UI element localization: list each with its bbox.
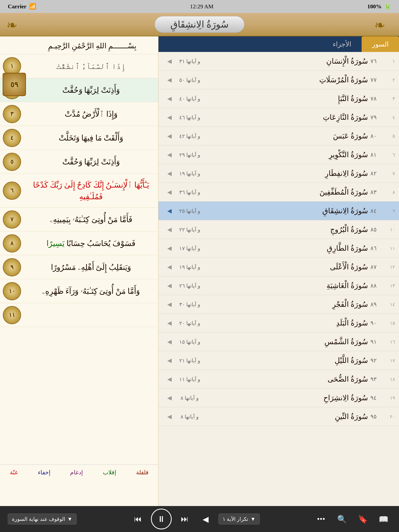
surah-list-item[interactable]: ١٠ ٨٥ سُورَةُ الْبُرُوجِ و آياتها ٢٢ ◀ <box>158 220 399 239</box>
surah-row-num: ١٧ <box>385 358 395 363</box>
surah-name: سُورَةُ النَّبَإِ <box>205 94 370 103</box>
surah-name: سُورَةُ اللَّيْلِ <box>205 356 370 365</box>
verse-text-11 <box>24 314 158 316</box>
verse-row[interactable]: ١١ <box>0 303 158 327</box>
surah-number: ٨١ <box>370 151 385 158</box>
tab-ajzaa[interactable]: الأجزاء <box>322 36 362 52</box>
surah-list-item[interactable]: ١٥ ٩٠ سُورَةُ الْبَلَدِ و آياتها ٢٠ ◀ <box>158 314 399 332</box>
surah-number: ٨٧ <box>370 264 385 270</box>
surah-number: ٨٥ <box>370 226 385 233</box>
verse-row[interactable]: ٥ وَأَذِنَتْ لِرَبِّهَا وَحُقَّتْ <box>0 150 158 174</box>
surah-ayat: و آياتها ١٥ <box>174 339 205 345</box>
next-button[interactable]: ⏭ <box>177 511 192 527</box>
surah-list-item[interactable]: ١ ٧٦ سُورَةُ الْإِنسَانِ و آياتها ٣١ ◀ <box>158 52 399 71</box>
surah-row-num: ٥ <box>385 133 395 139</box>
surah-list-item[interactable]: ١٧ ٩٢ سُورَةُ اللَّيْلِ و آياتها ٢١ ◀ <box>158 351 399 370</box>
verse-row[interactable]: ٤ وَأَلْقَتْ مَا فِيهَا وَتَخَلَّتْ <box>0 126 158 150</box>
surah-name: سُورَةُ الضُّحَى <box>205 375 370 383</box>
surah-ayat: و آياتها ٥٠ <box>174 77 205 83</box>
surah-list-item[interactable]: ٤ ٧٩ سُورَةُ النَّازِعَاتِ و آياتها ٤٦ ◀ <box>158 108 399 127</box>
surah-row-num: ١٠ <box>385 227 395 232</box>
surah-list-item[interactable]: ٨ ٨٣ سُورَةُ الْمُطَفِّفِينَ و آياتها ٣٦… <box>158 183 399 202</box>
surah-list-item[interactable]: ٥ ٨٠ سُورَةُ عَبَسَ و آياتها ٤٢ ◀ <box>158 127 399 145</box>
surah-list-item[interactable]: ١٦ ٩١ سُورَةُ الشَّمْسِ و آياتها ١٥ ◀ <box>158 332 399 351</box>
surah-title: سُورَةُ الِانشِقَاقِ <box>155 16 244 33</box>
verse-text-6: يَـٰٓأَيُّهَا ٱلْإِنسَـٰنُ إِنَّكَ كَادِ… <box>24 178 158 204</box>
play-pause-button[interactable]: ⏸ <box>151 509 172 529</box>
verse-text-2: وَأَذِنَتْ لِرَبِّهَا وَحُقَّتْ <box>24 83 158 97</box>
dots-button[interactable]: ••• <box>313 511 329 527</box>
surah-list-item[interactable]: ٦ ٨١ سُورَةُ التَّكْوِيرِ و آياتها ٢٩ ◀ <box>158 145 399 164</box>
tab-suwar[interactable]: السور <box>362 36 399 52</box>
status-left: Carrier 📶 <box>8 3 36 10</box>
battery-icon: 🔋 <box>384 3 391 10</box>
surah-number: ٧٨ <box>370 95 385 102</box>
surah-name: سُورَةُ الْبَلَدِ <box>205 319 370 327</box>
footnote-ghunna[interactable]: غنّة <box>10 469 18 476</box>
back-button[interactable]: ◀ <box>198 511 213 527</box>
surah-ayat: و آياتها ٣١ <box>174 58 205 64</box>
surah-list-item[interactable]: ١٤ ٨٩ سُورَةُ الْفَجْرِ و آياتها ٣٠ ◀ <box>158 295 399 314</box>
verse-text-10: وَأَمَّا مَنْ أُوتِىَ كِتَـٰبَهُۥ وَرَآء… <box>24 284 158 298</box>
surah-list-item[interactable]: ١٢ ٨٧ سُورَةُ الْأَعْلَى و آياتها ١٩ ◀ <box>158 258 399 276</box>
clock: 12:29 AM <box>190 3 214 10</box>
audio-icon: ◀ <box>165 356 174 365</box>
chevron-down-icon-2: ▼ <box>250 516 256 522</box>
surah-number: ٨٠ <box>370 133 385 139</box>
surah-ayat: و آياتها ٨ <box>174 414 205 420</box>
footnote-ikhfaa[interactable]: إخفاء <box>38 469 50 476</box>
surah-ayat: و آياتها ٣٦ <box>174 189 205 195</box>
verse-row[interactable]: ٧ فَأَمَّا مَنْ أُوتِىَ كِتَـٰبَهُۥ بِيَ… <box>0 208 158 231</box>
prev-button[interactable]: ⏮ <box>130 511 146 527</box>
surah-list-item[interactable]: ١٩ ٩٤ سُورَةُ الِانشِرَاحِ و آياتها ٨ ◀ <box>158 389 399 407</box>
surah-row-num: ٨ <box>385 189 395 195</box>
verse-row[interactable]: ٨ فَسَوْفَ يُحَاسَبُ حِسَابًا يَسِيرًا <box>0 231 158 255</box>
right-ornament: ❧ <box>373 15 394 34</box>
verse-text-1: إِذَا ٱلسَّمَآءُ ٱنشَقَّتْ <box>24 59 158 73</box>
surah-row-num: ٢ <box>385 77 395 83</box>
book-button[interactable]: 📖 <box>376 511 391 527</box>
surah-number: ٨٤ <box>370 208 385 214</box>
left-ornament: ❧ <box>5 15 26 34</box>
audio-icon: ◀ <box>165 262 174 271</box>
stop-dropdown[interactable]: ▼ الوقوف عند نهاية السورة <box>8 514 77 524</box>
surah-list-item[interactable]: ٧ ٨٢ سُورَةُ الِانفِطَارِ و آياتها ١٩ ◀ <box>158 164 399 183</box>
bookmark-button[interactable]: 🔖 <box>355 511 370 527</box>
surah-list-item[interactable]: ١١ ٨٦ سُورَةُ الطَّارِقِ و آياتها ١٧ ◀ <box>158 239 399 258</box>
verse-row[interactable]: ٦ يَـٰٓأَيُّهَا ٱلْإِنسَـٰنُ إِنَّكَ كَا… <box>0 174 158 208</box>
audio-icon[interactable]: ◀ <box>165 206 174 215</box>
status-bar: Carrier 📶 12:29 AM 100% 🔋 <box>0 0 399 13</box>
toolbar-left-group: ▼ الوقوف عند نهاية السورة <box>8 514 77 524</box>
surah-name: سُورَةُ الْغَاشِيَةِ <box>205 281 370 290</box>
surah-list-item[interactable]: ٩ ٨٤ سُورَةُ الِانشِقَاقِ و آياتها ٢٥ ◀ <box>158 202 399 220</box>
audio-icon: ◀ <box>165 412 174 421</box>
repeat-dropdown[interactable]: ▼ تكرار الآية ١ <box>218 514 260 524</box>
surah-list-item[interactable]: ١٣ ٨٨ سُورَةُ الْغَاشِيَةِ و آياتها ٢٦ ◀ <box>158 276 399 295</box>
verse-row[interactable]: ١٠ وَأَمَّا مَنْ أُوتِىَ كِتَـٰبَهُۥ وَر… <box>0 279 158 303</box>
surah-list[interactable]: ١ ٧٦ سُورَةُ الْإِنسَانِ و آياتها ٣١ ◀ ٢… <box>158 52 399 506</box>
surah-ayat: و آياتها ٨ <box>174 395 205 401</box>
verse-row[interactable]: ٩ وَيَنقَلِبُ إِلَىٰٓ أَهْلِهِۦ مَسْرُور… <box>0 255 158 279</box>
surah-ayat: و آياتها ١٧ <box>174 245 205 251</box>
surah-number: ٨٣ <box>370 189 385 196</box>
title-area: سُورَةُ الِانشِقَاقِ <box>26 16 373 33</box>
surah-row-num: ١٨ <box>385 376 395 382</box>
verse-row[interactable]: ٣ وَإِذَا ٱلْأَرْضُ مُدَّتْ <box>0 102 158 126</box>
surah-number: ٧٩ <box>370 114 385 121</box>
surah-list-item[interactable]: ٢ ٧٧ سُورَةُ الْمُرْسَلَاتِ و آياتها ٥٠ … <box>158 71 399 89</box>
search-button[interactable]: 🔍 <box>334 511 350 527</box>
surah-list-item[interactable]: ٢٠ ٩٥ سُورَةُ التِّينِ و آياتها ٨ ◀ <box>158 407 399 426</box>
footnote-qalqala[interactable]: قلقلة <box>136 469 149 476</box>
footnote-idgham[interactable]: إدغام <box>70 469 83 476</box>
footnote-iqlab[interactable]: إقلاب <box>103 469 116 476</box>
surah-list-item[interactable]: ٣ ٧٨ سُورَةُ النَّبَإِ و آياتها ٤٠ ◀ <box>158 89 399 108</box>
surah-number: ٩٥ <box>370 413 385 420</box>
surah-number: ٩٣ <box>370 376 385 383</box>
surah-name: سُورَةُ عَبَسَ <box>205 132 370 140</box>
verse-number-3: ٣ <box>2 104 22 124</box>
surah-name: سُورَةُ الْمُطَفِّفِينَ <box>205 188 370 196</box>
surah-name: سُورَةُ الْأَعْلَى <box>205 263 370 271</box>
surah-ayat: و آياتها ٢٠ <box>174 320 205 326</box>
surah-ayat: و آياتها ١٩ <box>174 170 205 177</box>
surah-list-item[interactable]: ١٨ ٩٣ سُورَةُ الضُّحَى و آياتها ١١ ◀ <box>158 370 399 389</box>
